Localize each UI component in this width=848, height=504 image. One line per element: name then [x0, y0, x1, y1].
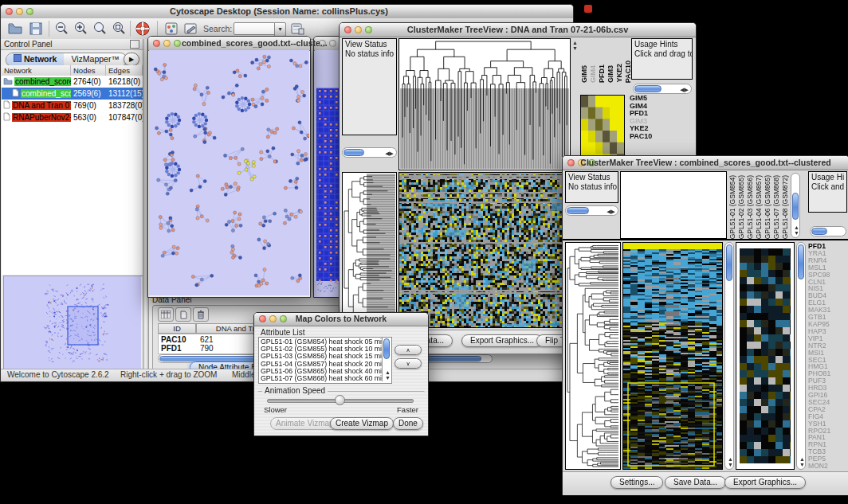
delete-attribute-icon[interactable]	[193, 307, 209, 322]
search-label: Search:	[203, 24, 232, 33]
close-button[interactable]	[344, 26, 351, 33]
export-graphics-button[interactable]: Export Graphics...	[461, 334, 543, 347]
save-data-button[interactable]: Save Data...	[665, 476, 726, 489]
data-col-id[interactable]: ID	[158, 323, 196, 334]
search-input[interactable]	[234, 22, 275, 35]
document-icon	[3, 112, 10, 123]
speed-slider-thumb[interactable]	[335, 395, 345, 405]
network-table-rows: combined_scores_2764(0)16218(0)combined_…	[2, 76, 143, 275]
attribute-list[interactable]: GPL51-01 (GSM854) heat shock 05 minGPL51…	[258, 337, 392, 384]
network-row[interactable]: combined_scores_2764(0)16218(0)	[2, 76, 143, 88]
minimize-button[interactable]	[355, 26, 362, 33]
tv1-column-labels: GIM5GIM4PFD1GIM3YKE2PAC10	[580, 38, 626, 83]
done-button[interactable]: Done	[393, 417, 423, 430]
status-zoom-hint: Right-click + drag to ZOOM	[120, 370, 217, 379]
dialog-titlebar[interactable]: Map Colors to Network	[254, 313, 428, 326]
tv2-heatmap-vscrollbar[interactable]: ▲▼	[724, 242, 734, 470]
network-row[interactable]: RNAPuberNov2+563(0)107847(0)	[2, 111, 143, 123]
table-mode-icon[interactable]	[158, 307, 174, 322]
zoom-out-icon[interactable]	[53, 21, 69, 37]
network-edges-value: 16218(0)	[106, 77, 143, 86]
settings-button[interactable]: Settings...	[610, 476, 663, 489]
tv2-gene-label[interactable]: MON2	[808, 463, 830, 470]
tv2-genelist-vscrollbar[interactable]: ▲▼	[796, 242, 806, 470]
tv1-row-dendrogram[interactable]	[342, 172, 397, 328]
network-overview-canvas[interactable]	[4, 276, 141, 369]
zoom-button[interactable]	[174, 40, 181, 47]
tv2-column-dendrogram[interactable]	[620, 171, 727, 239]
new-attribute-icon[interactable]	[175, 307, 191, 322]
export-graphics-button[interactable]: Export Graphics...	[724, 476, 806, 489]
tv1-resize-arrows[interactable]: ▲▼	[572, 40, 578, 51]
tv2-labels-vscrollbar[interactable]: ▲▼	[791, 173, 800, 238]
network-nodes-value: 563(0)	[71, 113, 106, 122]
tv2-heatmap[interactable]	[622, 242, 723, 470]
tab-overflow-button[interactable]: ▶	[124, 53, 139, 66]
folder-icon	[3, 77, 13, 87]
network-row-name: combined_scores_	[2, 77, 71, 87]
tv2-gene-list[interactable]: PFD1YRA1RNR4MSL1SPC98CLN1NIS1BUD4ELG1MAK…	[808, 243, 830, 470]
tv2-zoom-heatmap-panel[interactable]	[736, 242, 795, 470]
annotation-icon[interactable]	[183, 21, 198, 37]
zoom-button[interactable]	[280, 315, 287, 322]
close-button[interactable]	[259, 315, 266, 322]
tv1-gene-list[interactable]: GIM5GIM4PFD1GIM3YKE2PAC10	[630, 95, 652, 140]
close-button[interactable]	[567, 159, 575, 166]
network-name-label: DNA and Tran 07	[12, 101, 71, 110]
vizmapper-icon[interactable]	[163, 21, 179, 37]
network-canvas[interactable]	[149, 50, 309, 295]
network-name-label: RNAPuberNov2+	[12, 113, 71, 122]
treeview1-title: ClusterMaker TreeView : DNA and Tran 07-…	[407, 25, 629, 34]
network-table-header: Network Nodes Edges	[2, 65, 143, 76]
tv1-column-dendrogram[interactable]	[398, 38, 571, 170]
save-session-icon[interactable]	[28, 21, 44, 37]
move-up-button[interactable]: ∧	[395, 345, 422, 355]
zoom-in-icon[interactable]	[73, 21, 88, 37]
attribute-list-item[interactable]: GPL51-07 (GSM868) heat shock 60 min	[261, 375, 381, 382]
search-dropdown-arrow[interactable]: ▾	[274, 22, 286, 37]
move-down-button[interactable]: ∨	[395, 358, 422, 369]
network-titlebar[interactable]: combined_scores_good.txt--cluste...	[148, 37, 310, 51]
network-row[interactable]: DNA and Tran 07769(0)183728(0)	[2, 100, 143, 111]
minimize-button[interactable]	[16, 8, 23, 15]
treeview2-titlebar[interactable]: ClusterMaker TreeView : combined_scores_…	[563, 156, 848, 170]
tv1-viewstatus-hscrollbar[interactable]: ◀▶	[342, 147, 397, 158]
tv1-gene-label[interactable]: PAC10	[630, 133, 652, 141]
tv2-column-label: GPL51-08 (GSM872)	[781, 175, 789, 239]
network-nodes-value: 769(0)	[71, 101, 106, 110]
dialog-title: Map Colors to Network	[296, 314, 387, 323]
help-lifering-icon[interactable]	[135, 21, 151, 37]
tv2-row-dendrogram[interactable]	[565, 242, 621, 470]
tv1-column-label: GIM3	[607, 65, 614, 83]
open-session-icon[interactable]	[7, 21, 23, 37]
tab-vizmapper[interactable]: VizMapper™	[64, 53, 127, 66]
close-button[interactable]	[153, 40, 160, 47]
tv1-view-status: View Status No status info f	[342, 38, 397, 135]
zoom-selected-icon[interactable]	[92, 21, 108, 37]
network-edges-value: 183728(0)	[106, 101, 143, 110]
main-titlebar[interactable]: Cytoscape Desktop (Session Name: collins…	[1, 5, 573, 19]
minimize-button[interactable]	[269, 315, 277, 322]
tv1-column-label: GIM5	[580, 65, 588, 83]
zoom-button[interactable]	[26, 8, 33, 15]
treeview2-window: ClusterMaker TreeView : combined_scores_…	[562, 155, 848, 495]
tab-network[interactable]: Network	[6, 53, 64, 66]
tv2-usage-hscrollbar[interactable]	[810, 226, 846, 236]
float-panel-icon[interactable]	[130, 40, 139, 49]
attribute-list-vscrollbar[interactable]: ▲▼	[382, 338, 391, 381]
treeview1-titlebar[interactable]: ClusterMaker TreeView : DNA and Tran 07-…	[340, 23, 696, 37]
tv2-viewstatus-hscrollbar[interactable]: ◀▶	[565, 205, 618, 216]
tv2-usage-hints: Usage Hi Click and	[808, 171, 847, 213]
tv2-column-label: GPL51-04 (GSM857)	[755, 175, 763, 239]
zoom-fit-icon[interactable]	[111, 21, 127, 37]
attribute-browser-icon[interactable]	[289, 21, 305, 37]
zoom-button[interactable]	[365, 26, 372, 33]
minimize-button[interactable]	[329, 40, 336, 47]
tv1-usage-hscrollbar[interactable]: ◀▶	[633, 84, 692, 94]
network-row-name: DNA and Tran 07	[2, 100, 71, 111]
network-row[interactable]: combined_sco2569(6)13112(15)	[2, 88, 143, 100]
tv2-separator	[563, 239, 848, 240]
close-button[interactable]	[6, 8, 13, 15]
create-vizmap-button[interactable]: Create Vizmap	[330, 417, 394, 430]
minimize-button[interactable]	[163, 40, 171, 47]
